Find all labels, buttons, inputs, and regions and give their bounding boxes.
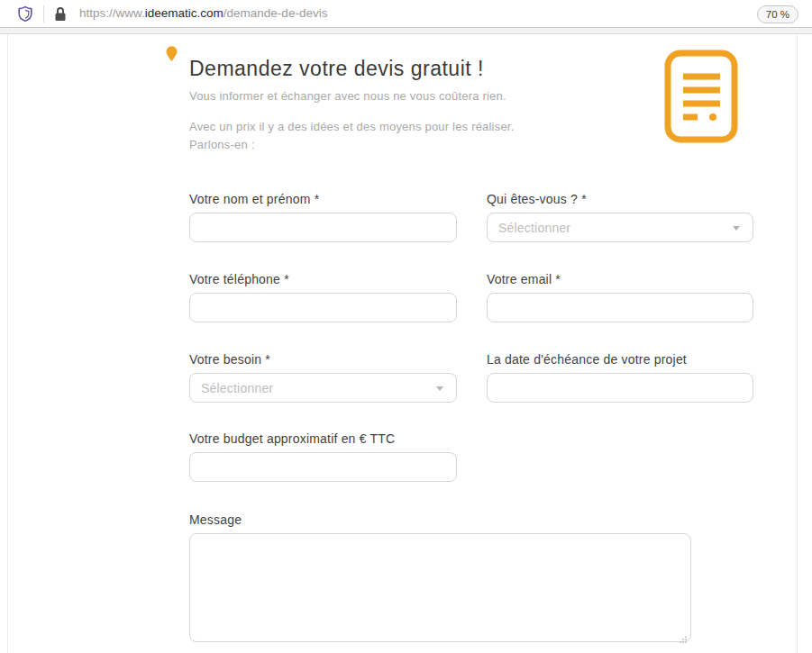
nom-prenom-input[interactable] bbox=[189, 213, 457, 242]
toolbar-strip bbox=[0, 28, 812, 34]
field-label-email: Votre email * bbox=[487, 271, 753, 287]
field-telephone: Votre téléphone * bbox=[189, 271, 457, 322]
field-label-telephone: Votre téléphone * bbox=[189, 271, 457, 287]
resize-grip-icon[interactable] bbox=[679, 631, 688, 640]
browser-window: https://www.ideematic.com/demande-de-dev… bbox=[0, 0, 812, 653]
field-qui-etes-vous: Qui êtes-vous ? * Sélectionner bbox=[487, 191, 753, 242]
field-budget: Votre budget approximatif en € TTC bbox=[189, 431, 457, 482]
toolbar-separator bbox=[43, 5, 44, 23]
zoom-level-badge[interactable]: 70 % bbox=[757, 5, 798, 23]
field-label-date-echeance: La date d'échéance de votre projet bbox=[487, 351, 753, 367]
document-illustration-icon bbox=[664, 50, 738, 143]
field-date-echeance: La date d'échéance de votre projet bbox=[487, 351, 753, 403]
select-placeholder: Sélectionner bbox=[498, 221, 570, 235]
subtitle-line-3: Parlons-en : bbox=[189, 138, 255, 151]
budget-input[interactable] bbox=[189, 452, 457, 482]
page-title: Demandez votre devis gratuit ! bbox=[189, 57, 484, 81]
field-label-message: Message bbox=[189, 512, 691, 528]
field-message: Message bbox=[189, 512, 691, 646]
tracking-protection-shield-icon[interactable] bbox=[17, 5, 33, 23]
field-label-nom-prenom: Votre nom et prénom * bbox=[189, 191, 457, 207]
chevron-down-icon bbox=[733, 226, 740, 231]
url-scheme: https://www. bbox=[79, 6, 145, 20]
https-lock-icon[interactable] bbox=[54, 6, 67, 22]
subtitle-line-2: Avec un prix il y a des idées et des moy… bbox=[189, 120, 514, 133]
page-edge-right bbox=[797, 34, 798, 653]
email-input[interactable] bbox=[487, 293, 753, 322]
field-label-budget: Votre budget approximatif en € TTC bbox=[189, 431, 457, 447]
page-edge-left bbox=[7, 34, 8, 653]
qui-etes-vous-select[interactable]: Sélectionner bbox=[487, 213, 753, 242]
url-domain: ideematic.com bbox=[145, 6, 224, 20]
subtitle-line-1: Vous informer et échanger avec nous ne v… bbox=[189, 89, 506, 103]
field-nom-prenom: Votre nom et prénom * bbox=[189, 191, 457, 242]
address-bar[interactable]: https://www.ideematic.com/demande-de-dev… bbox=[0, 0, 812, 28]
url-path: /demande-de-devis bbox=[224, 6, 328, 20]
message-textarea[interactable] bbox=[189, 533, 691, 642]
telephone-input[interactable] bbox=[189, 293, 457, 322]
field-label-qui-etes-vous: Qui êtes-vous ? * bbox=[487, 191, 753, 207]
date-echeance-input[interactable] bbox=[487, 373, 753, 403]
url-display[interactable]: https://www.ideematic.com/demande-de-dev… bbox=[79, 0, 327, 27]
field-besoin: Votre besoin * Sélectionner bbox=[189, 351, 457, 403]
select-placeholder: Sélectionner bbox=[201, 381, 273, 395]
orange-pin-icon bbox=[166, 46, 178, 62]
field-label-besoin: Votre besoin * bbox=[189, 351, 457, 367]
field-email: Votre email * bbox=[487, 271, 753, 322]
chevron-down-icon bbox=[436, 386, 443, 391]
besoin-select[interactable]: Sélectionner bbox=[189, 373, 457, 403]
